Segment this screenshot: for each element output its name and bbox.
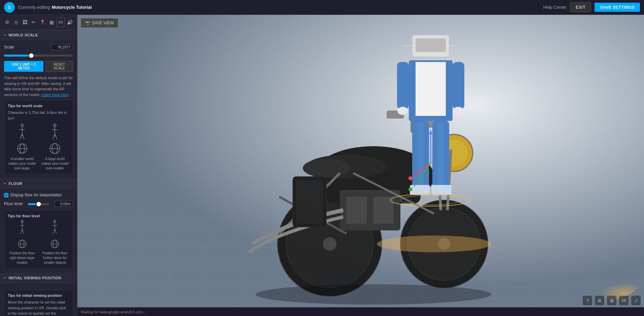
floor-globe2-icon xyxy=(50,239,60,249)
world-scale-header[interactable]: ▼ WORLD SCALE xyxy=(0,30,77,40)
viewing-tips-title: Tips for initial viewing position xyxy=(8,293,69,297)
svg-rect-105 xyxy=(446,60,453,121)
small-world-text: A smaller world makes your model look la… xyxy=(8,157,37,171)
viewport-bottom-right: ? ⚙ ⊞ VR ⤢ xyxy=(583,296,641,305)
scale-buttons-row: USE 1 UNIT = 1 METER RESET SCALE xyxy=(4,61,73,72)
save-settings-button[interactable]: SAVE SETTINGS xyxy=(595,3,640,12)
editing-label: Currently editing xyxy=(18,5,50,10)
display-floor-row: Display floor for teleportation xyxy=(4,193,73,197)
floor-tip2: Position the floor further down for smal… xyxy=(41,220,70,265)
svg-rect-103 xyxy=(412,62,449,116)
exit-button[interactable]: EXIT xyxy=(570,2,591,12)
world-scale-arrow: ▼ xyxy=(3,33,6,37)
learn-more-link[interactable]: Learn more here xyxy=(41,93,69,97)
small-figure-icon xyxy=(16,124,28,140)
vr-icon[interactable]: AR xyxy=(57,18,65,27)
settings-viewport-icon[interactable]: ⚙ xyxy=(595,296,604,305)
svg-rect-114 xyxy=(410,185,430,195)
svg-line-4 xyxy=(22,134,24,139)
world-scale-label: WORLD SCALE xyxy=(8,33,38,37)
settings-icon[interactable]: ⚙ xyxy=(3,18,11,27)
world-scale-tips-text: Character is 1.75m tall. A floor tile is… xyxy=(8,110,69,121)
large-world-text: A large world makes your model look smal… xyxy=(41,157,70,171)
viewport[interactable]: 📷 SAVE VIEW xyxy=(77,15,644,316)
unit-meter-button[interactable]: USE 1 UNIT = 1 METER xyxy=(4,61,43,72)
floor-figure1-icon xyxy=(17,220,27,237)
edit-icon[interactable]: ✏ xyxy=(30,18,37,27)
viewing-position-header[interactable]: ▼ INITIAL VIEWING POSITION xyxy=(0,273,77,283)
scale-slider[interactable] xyxy=(4,55,73,57)
small-world-tip: A smaller world makes your model look la… xyxy=(8,124,37,171)
world-scale-tips-icons: A smaller world makes your model look la… xyxy=(8,124,69,171)
world-scale-tips-box: Tips for world scale Character is 1.75m … xyxy=(4,100,73,175)
sound-icon[interactable]: 🔊 xyxy=(66,18,74,27)
viewing-position-arrow: ▼ xyxy=(3,276,6,280)
svg-point-95 xyxy=(256,284,491,305)
floor-level-slider[interactable] xyxy=(28,203,49,205)
help-center-link[interactable]: Help Center xyxy=(543,5,567,10)
svg-rect-94 xyxy=(296,180,323,224)
svg-line-3 xyxy=(20,134,22,139)
svg-line-19 xyxy=(21,229,22,234)
floor-tips-title: Tips for floor level xyxy=(8,214,69,218)
fullscreen-viewport-icon[interactable]: ⊞ xyxy=(607,296,616,305)
display-floor-checkbox[interactable] xyxy=(4,193,8,197)
svg-point-78 xyxy=(303,159,350,178)
viewport-toolbar: 📷 SAVE VIEW xyxy=(81,18,118,28)
svg-rect-80 xyxy=(347,197,367,224)
floor-arrow: ▼ xyxy=(3,182,6,185)
scale-value-input[interactable]: 78.2577 xyxy=(51,44,73,50)
topbar-right: Help Center EXIT SAVE SETTINGS xyxy=(543,2,640,12)
floor-globe1-icon xyxy=(17,239,27,249)
large-figure-icon xyxy=(49,124,61,140)
svg-point-123 xyxy=(408,187,413,191)
scene-svg xyxy=(77,15,644,316)
floor-tips-box: Tips for floor level xyxy=(4,210,73,269)
floor-header[interactable]: ▼ FLOOR xyxy=(0,179,77,189)
grid-icon[interactable]: ▦ xyxy=(48,18,55,27)
small-globe-icon xyxy=(16,143,28,155)
save-view-label: SAVE VIEW xyxy=(92,21,114,25)
save-view-icon: 📷 xyxy=(85,21,90,25)
toolbar-icons: ⚙ ◎ 🖼 ✏ 📍 ▦ AR 🔊 xyxy=(0,15,77,30)
floor-tip1-text: Position the floor right below large mod… xyxy=(8,251,37,265)
svg-point-108 xyxy=(397,107,408,115)
svg-line-28 xyxy=(55,229,57,234)
floor-tip2-text: Position the floor further down for smal… xyxy=(41,251,70,265)
scale-label: Scale xyxy=(4,45,14,50)
floor-level-label: Floor level xyxy=(4,201,23,206)
svg-rect-115 xyxy=(431,185,452,195)
reset-scale-button[interactable]: RESET SCALE xyxy=(45,61,73,72)
svg-point-71 xyxy=(323,237,336,251)
svg-line-20 xyxy=(22,229,24,234)
viewing-position-content: Tips for initial viewing position Move t… xyxy=(0,283,77,316)
scale-description: This will define the default model scale… xyxy=(4,75,73,97)
svg-rect-99 xyxy=(416,38,446,52)
floor-tips-icons: Position the floor right below large mod… xyxy=(8,220,69,265)
floor-level-value[interactable]: 0.02m xyxy=(55,201,73,207)
svg-rect-107 xyxy=(453,62,464,109)
viewing-position-label: INITIAL VIEWING POSITION xyxy=(8,276,61,280)
help-viewport-icon[interactable]: ? xyxy=(583,296,592,305)
world-scale-content: Scale 78.2577 USE 1 UNIT = 1 METER RESET… xyxy=(0,40,77,179)
display-floor-label: Display floor for teleportation xyxy=(10,193,62,197)
svg-line-11 xyxy=(53,134,55,139)
expand-viewport-icon[interactable]: ⤢ xyxy=(631,296,641,305)
svg-point-121 xyxy=(408,176,413,180)
app-logo: S xyxy=(4,2,15,13)
viewing-tips-box: Tips for initial viewing position Move t… xyxy=(4,290,73,316)
main-content: ⚙ ◎ 🖼 ✏ 📍 ▦ AR 🔊 ▼ WORLD SCALE Scale 78.… xyxy=(0,15,644,316)
left-panel: ⚙ ◎ 🖼 ✏ 📍 ▦ AR 🔊 ▼ WORLD SCALE Scale 78.… xyxy=(0,15,77,316)
floor-level-row: Floor level 0.02m xyxy=(4,201,73,207)
status-text: Waiting for www.google-analytics.com... xyxy=(81,310,146,314)
svg-line-27 xyxy=(53,229,55,234)
project-title: Motorcycle Tutorial xyxy=(52,5,92,10)
floor-tip1: Position the floor right below large mod… xyxy=(8,220,37,265)
floor-figure2-icon xyxy=(50,220,60,237)
scale-slider-row xyxy=(4,53,73,58)
anchor-icon[interactable]: ◎ xyxy=(12,18,20,27)
image-icon[interactable]: 🖼 xyxy=(21,18,29,27)
save-view-button[interactable]: 📷 SAVE VIEW xyxy=(81,18,118,28)
location-icon[interactable]: 📍 xyxy=(39,18,46,27)
vr-viewport-icon[interactable]: VR xyxy=(619,296,629,305)
